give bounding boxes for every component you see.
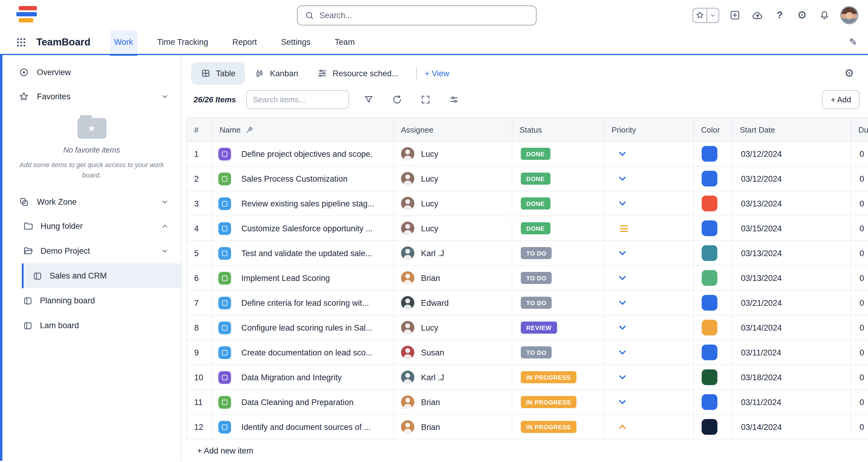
task-name-cell[interactable]: Review existing sales pipeline stag... xyxy=(212,191,394,215)
sidebar-item-lam-board[interactable]: Lam board xyxy=(2,313,181,338)
priority-icon[interactable] xyxy=(619,249,626,256)
priority-icon[interactable] xyxy=(619,425,626,432)
status-badge[interactable]: TO DO xyxy=(521,346,552,358)
column-header-num[interactable]: # xyxy=(187,118,212,141)
task-name-cell[interactable]: Create documentation on lead sco... xyxy=(212,340,394,365)
table-row[interactable]: 6 Implement Lead Scoring Brian TO DO xyxy=(187,266,868,291)
color-cell[interactable] xyxy=(694,191,733,215)
start-date-cell[interactable]: 03/13/2024 xyxy=(733,241,851,265)
color-cell[interactable] xyxy=(694,266,733,290)
task-name[interactable]: Define criteria for lead scoring wit... xyxy=(241,298,369,307)
task-name-cell[interactable]: Data Migration and Integrity xyxy=(212,365,394,389)
start-date-cell[interactable]: 03/18/2024 xyxy=(733,365,851,389)
color-cell[interactable] xyxy=(694,390,733,414)
view-settings-gear-icon[interactable]: ⚙ xyxy=(843,67,856,80)
priority-cell[interactable] xyxy=(604,365,694,389)
apps-grid-icon[interactable] xyxy=(16,37,27,48)
priority-icon[interactable] xyxy=(619,174,626,181)
nav-tab[interactable]: Report xyxy=(228,30,261,54)
priority-cell[interactable] xyxy=(604,390,694,414)
priority-icon[interactable] xyxy=(619,199,626,206)
priority-cell[interactable] xyxy=(604,266,694,290)
settings-gear-icon[interactable]: ⚙ xyxy=(796,8,809,22)
priority-icon[interactable] xyxy=(619,298,626,305)
status-cell[interactable]: TO DO xyxy=(512,340,604,365)
start-date-cell[interactable]: 03/14/2024 xyxy=(733,315,851,340)
status-badge[interactable]: REVIEW xyxy=(521,321,557,334)
view-tab-resource-scheduling[interactable]: Resource sched... xyxy=(308,62,408,84)
nav-tab[interactable]: Work xyxy=(110,30,137,54)
add-new-item-button[interactable]: + Add new item xyxy=(186,440,868,461)
chevron-up-icon[interactable] xyxy=(161,222,169,230)
start-date-cell[interactable]: 03/14/2024 xyxy=(733,415,851,439)
status-cell[interactable]: DONE xyxy=(512,167,604,191)
start-date-cell[interactable]: 03/21/2024 xyxy=(733,291,851,315)
table-row[interactable]: 9 Create documentation on lead sco... Su… xyxy=(187,340,868,365)
status-badge[interactable]: DONE xyxy=(521,148,550,160)
task-name[interactable]: Create documentation on lead sco... xyxy=(241,348,373,357)
due-date-cell[interactable]: 0 xyxy=(851,266,868,290)
assignee-cell[interactable]: Susan xyxy=(394,340,512,365)
status-badge[interactable]: IN PROGRESS xyxy=(521,371,577,383)
color-cell[interactable] xyxy=(694,315,733,340)
color-cell[interactable] xyxy=(694,415,733,439)
color-swatch[interactable] xyxy=(702,270,717,286)
chevron-down-icon[interactable] xyxy=(161,92,169,100)
chevron-down-icon[interactable] xyxy=(161,247,169,255)
status-cell[interactable]: IN PROGRESS xyxy=(512,415,604,439)
color-swatch[interactable] xyxy=(702,196,717,211)
due-date-cell[interactable]: 0 xyxy=(851,241,868,265)
assignee-cell[interactable]: Lucy xyxy=(394,216,512,240)
assignee-cell[interactable]: Brian xyxy=(394,266,512,290)
assignee-cell[interactable]: Brian xyxy=(394,415,512,439)
start-date-cell[interactable]: 03/11/2024 xyxy=(733,340,851,365)
task-name-cell[interactable]: Customize Salesforce opportunity ... xyxy=(212,216,394,240)
task-name-cell[interactable]: Data Cleaning and Preparation xyxy=(212,390,394,414)
color-swatch[interactable] xyxy=(702,369,717,385)
task-name[interactable]: Review existing sales pipeline stag... xyxy=(241,199,374,208)
priority-cell[interactable] xyxy=(604,167,694,191)
column-header-assignee[interactable]: Assignee xyxy=(394,118,512,141)
color-swatch[interactable] xyxy=(702,419,717,435)
table-row[interactable]: 8 Configure lead scoring rules in Sal...… xyxy=(187,315,868,340)
status-badge[interactable]: DONE xyxy=(521,173,550,185)
table-row[interactable]: 1 Define project objectives and scope. L… xyxy=(187,142,868,167)
task-name[interactable]: Configure lead scoring rules in Sal... xyxy=(241,323,373,332)
task-name-cell[interactable]: Sales Process Customization xyxy=(212,167,394,191)
favorite-split-button[interactable] xyxy=(692,7,719,23)
task-name[interactable]: Sales Process Customization xyxy=(241,174,347,183)
add-square-icon[interactable] xyxy=(728,8,742,22)
start-date-cell[interactable]: 03/12/2024 xyxy=(733,142,851,166)
table-row[interactable]: 11 Data Cleaning and Preparation Brian I… xyxy=(187,390,868,415)
help-icon[interactable]: ? xyxy=(773,8,786,22)
assignee-cell[interactable]: Lucy xyxy=(394,142,512,166)
refresh-sync-icon[interactable] xyxy=(388,90,406,108)
color-cell[interactable] xyxy=(694,340,733,365)
table-row[interactable]: 4 Customize Salesforce opportunity ... L… xyxy=(187,216,868,241)
color-swatch[interactable] xyxy=(702,320,717,336)
nav-tab[interactable]: Time Tracking xyxy=(153,30,213,54)
status-badge[interactable]: TO DO xyxy=(521,247,552,259)
color-cell[interactable] xyxy=(694,365,733,389)
sidebar-item-demo-project[interactable]: Demo Project xyxy=(2,238,181,263)
pin-icon[interactable] xyxy=(245,126,253,134)
task-name-cell[interactable]: Configure lead scoring rules in Sal... xyxy=(212,315,394,340)
column-header-color[interactable]: Color xyxy=(694,118,733,141)
column-header-due-date[interactable]: Du xyxy=(851,118,868,141)
status-cell[interactable]: REVIEW xyxy=(512,315,604,340)
user-avatar[interactable] xyxy=(840,6,858,24)
start-date-cell[interactable]: 03/13/2024 xyxy=(733,266,851,290)
column-header-status[interactable]: Status xyxy=(512,118,604,141)
sidebar-item-sales-and-crm[interactable]: Sales and CRM xyxy=(22,263,181,288)
start-date-cell[interactable]: 03/12/2024 xyxy=(733,167,851,191)
status-cell[interactable]: TO DO xyxy=(512,241,604,265)
status-cell[interactable]: DONE xyxy=(512,191,604,215)
column-settings-sliders-icon[interactable] xyxy=(444,90,463,108)
priority-cell[interactable] xyxy=(604,340,694,365)
global-search-input[interactable] xyxy=(319,11,529,20)
items-search[interactable] xyxy=(246,90,349,109)
color-swatch[interactable] xyxy=(702,394,717,410)
nav-tab[interactable]: Team xyxy=(331,30,359,54)
view-tab-kanban[interactable]: Kanban xyxy=(245,62,308,84)
priority-icon[interactable] xyxy=(619,398,626,404)
